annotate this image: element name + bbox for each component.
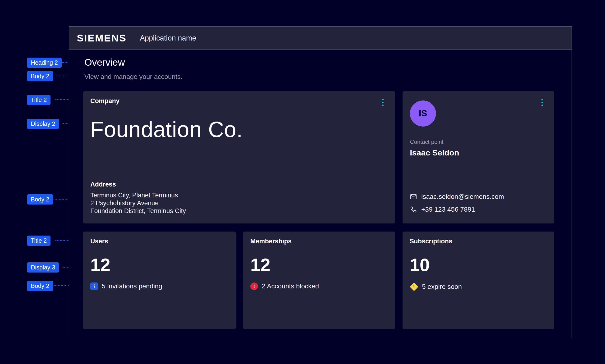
company-card-title: Company [90, 97, 388, 105]
users-card-title: Users [90, 238, 229, 245]
annotation-chip-title-2-users: Title 2 [27, 235, 51, 246]
company-name: Foundation Co. [90, 117, 388, 142]
page-subtitle: View and manage your accounts. [84, 73, 183, 80]
design-spec-canvas: Heading 2 Body 2 Title 2 Display 2 Body … [0, 0, 605, 364]
subscriptions-card: Subscriptions 10 ! 5 expire soon [403, 232, 554, 329]
memberships-status-row: ! 2 Accounts blocked [250, 283, 388, 290]
address-block: Address Terminus City, Planet Terminus 2… [90, 181, 186, 215]
annotation-chip-display-2: Display 2 [27, 119, 59, 129]
users-card: Users 12 i 5 invitations pending [83, 232, 236, 329]
contact-phone: +39 123 456 7891 [421, 206, 475, 213]
info-icon: i [90, 283, 98, 290]
address-label: Address [90, 181, 186, 188]
warning-icon: ! [410, 283, 418, 291]
users-count: 12 [90, 256, 229, 274]
memberships-card: Memberships 12 ! 2 Accounts blocked [243, 232, 395, 329]
contact-details: isaac.seldon@siemens.com +39 123 456 789… [410, 192, 504, 218]
address-line-1: Terminus City, Planet Terminus [90, 192, 186, 199]
annotation-chip-heading-2: Heading 2 [27, 58, 62, 68]
users-status-text: 5 invitations pending [102, 283, 162, 290]
email-icon [410, 193, 417, 200]
application-name: Application name [140, 34, 196, 42]
subscriptions-status-text: 5 expire soon [422, 283, 462, 290]
page-title: Overview [84, 57, 125, 68]
users-status-row: i 5 invitations pending [90, 283, 229, 290]
subscriptions-status-row: ! 5 expire soon [410, 283, 547, 291]
kebab-menu-icon[interactable] [381, 97, 385, 107]
annotation-chip-title-2: Title 2 [27, 95, 51, 105]
contact-point-label: Contact point [410, 139, 443, 145]
address-line-2: 2 Psychohistory Avenue [90, 199, 186, 207]
avatar: IS [410, 101, 436, 127]
cards-grid: Company Foundation Co. Address Terminus … [83, 91, 554, 329]
annotation-chip-display-3: Display 3 [27, 262, 59, 273]
memberships-status-text: 2 Accounts blocked [262, 283, 319, 290]
annotation-chip-body-2-status: Body 2 [27, 281, 53, 291]
subscriptions-count: 10 [410, 256, 547, 274]
app-window: SIEMENS Application name Overview View a… [69, 26, 572, 338]
error-icon: ! [250, 283, 258, 290]
memberships-count: 12 [250, 256, 388, 274]
company-card: Company Foundation Co. Address Terminus … [83, 91, 395, 223]
subscriptions-card-title: Subscriptions [410, 238, 547, 245]
contact-phone-row: +39 123 456 7891 [410, 205, 504, 214]
kebab-menu-icon[interactable] [540, 97, 544, 107]
phone-icon [410, 206, 417, 213]
address-line-3: Foundation District, Terminus City [90, 207, 186, 215]
contact-email-row: isaac.seldon@siemens.com [410, 192, 504, 201]
contact-card: IS Contact point Isaac Seldon isaac.seld… [403, 91, 554, 223]
contact-name: Isaac Seldon [410, 148, 459, 157]
contact-email: isaac.seldon@siemens.com [421, 193, 504, 200]
app-header: SIEMENS Application name [69, 26, 572, 50]
annotation-chip-body-2-address: Body 2 [27, 194, 53, 205]
memberships-card-title: Memberships [250, 238, 388, 245]
siemens-logo: SIEMENS [77, 32, 127, 44]
annotation-chip-body-2: Body 2 [27, 71, 53, 81]
